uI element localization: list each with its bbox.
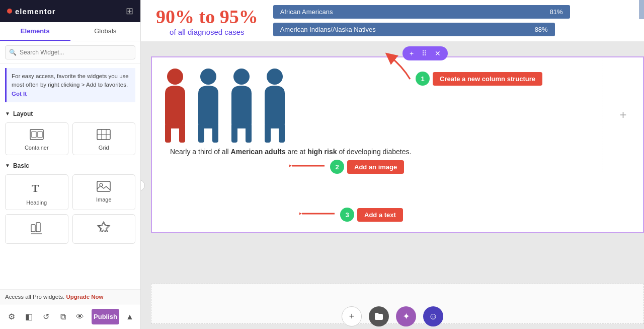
section-toolbar: + ⠿ ✕ bbox=[403, 46, 448, 60]
widget-pro-2[interactable] bbox=[72, 214, 136, 244]
caption-bold-2: high risk bbox=[307, 148, 337, 156]
canvas-bottom-bar: + ✦ ☺ bbox=[141, 304, 644, 329]
stats-section: 90% to 95% of all diagnosed cases Africa… bbox=[141, 0, 644, 41]
big-percent: 90% to 95% bbox=[156, 6, 258, 28]
arrow-2-svg bbox=[289, 161, 325, 171]
svg-point-24 bbox=[267, 69, 283, 85]
caption-bold-1: American adults bbox=[231, 148, 286, 156]
smiley-button[interactable]: ☺ bbox=[423, 306, 443, 326]
grid-menu-icon[interactable]: ⊞ bbox=[126, 6, 133, 17]
stat-bar-alaska-natives: American Indians/Alaska Natives 88% bbox=[273, 23, 555, 36]
search-input[interactable] bbox=[5, 45, 135, 59]
close-section-icon[interactable]: ✕ bbox=[433, 48, 443, 58]
basic-widgets-grid: T Heading Image bbox=[0, 171, 140, 247]
pro-widget2-icon bbox=[97, 221, 111, 234]
caption-normal-2: are at bbox=[286, 148, 308, 156]
annotation-circle-3: 3 bbox=[340, 208, 354, 222]
add-column-icon[interactable]: + bbox=[619, 108, 626, 122]
stat-bar-label-1: American Indians/Alaska Natives bbox=[280, 26, 376, 33]
stat-bar-african-americans: African Americans 81% bbox=[273, 5, 570, 19]
sub-text: of all diagnosed cases bbox=[170, 28, 244, 36]
layout-section-label: Layout bbox=[13, 110, 33, 117]
panel-header: elementor ⊞ bbox=[0, 0, 140, 22]
person-blue-3 bbox=[260, 65, 290, 146]
stat-bars: African Americans 81% American Indians/A… bbox=[273, 5, 629, 36]
canvas-content: + ⠿ ✕ ‹ bbox=[141, 41, 644, 329]
svg-rect-16 bbox=[165, 123, 171, 143]
stat-bar-pct-0: 81% bbox=[550, 8, 563, 16]
add-column-area[interactable]: + bbox=[603, 57, 643, 172]
eye-icon[interactable]: 👁 bbox=[71, 308, 89, 325]
widget-image[interactable]: Image bbox=[72, 174, 136, 210]
caption-normal-1: Nearly a third of all bbox=[170, 148, 231, 156]
container-label: Container bbox=[25, 145, 49, 151]
pro-widget1-icon bbox=[30, 221, 44, 237]
upgrade-link[interactable]: Upgrade Now bbox=[66, 294, 103, 300]
layout-widgets-grid: Container Grid bbox=[0, 119, 140, 158]
stat-bar-row-0: African Americans 81% bbox=[273, 5, 629, 19]
publish-chevron-icon[interactable]: ▲ bbox=[122, 309, 137, 324]
pro-bar-text: Access all Pro widgets. bbox=[5, 294, 64, 300]
app-logo-text: elementor bbox=[15, 7, 56, 16]
tab-elements[interactable]: Elements bbox=[0, 22, 70, 41]
widget-grid[interactable]: Grid bbox=[72, 122, 136, 155]
person-blue-1 bbox=[193, 65, 223, 146]
widget-container[interactable]: Container bbox=[5, 122, 68, 155]
main-content-section: Nearly a third of all American adults ar… bbox=[151, 56, 644, 233]
person-red bbox=[160, 65, 190, 146]
arrow-3-svg bbox=[299, 209, 335, 219]
layout-section-header[interactable]: ▼ Layout bbox=[0, 106, 140, 119]
drag-section-icon[interactable]: ⠿ bbox=[420, 48, 429, 58]
svg-rect-2 bbox=[38, 131, 42, 138]
widget-pro-1[interactable] bbox=[5, 214, 68, 244]
annotation-label-2: Add an image bbox=[347, 160, 404, 174]
responsive-icon[interactable]: ⧉ bbox=[54, 308, 71, 325]
stat-bar-pct-1: 88% bbox=[535, 26, 548, 33]
svg-rect-20 bbox=[212, 123, 218, 143]
add-section-button[interactable]: + bbox=[342, 306, 362, 326]
basic-section-label: Basic bbox=[13, 162, 29, 169]
annotation-2: 2 Add an image bbox=[327, 160, 404, 174]
collapse-panel-arrow[interactable]: ‹ bbox=[141, 180, 145, 191]
publish-button[interactable]: Publish bbox=[92, 309, 119, 324]
svg-point-15 bbox=[167, 69, 183, 85]
svg-rect-22 bbox=[231, 123, 237, 143]
bar-0-extend bbox=[639, 0, 644, 19]
svg-rect-0 bbox=[30, 129, 43, 140]
heading-label: Heading bbox=[26, 200, 47, 206]
svg-point-21 bbox=[233, 69, 250, 85]
annotation-1: 1 Create a new column structure bbox=[413, 72, 542, 86]
basic-arrow-icon: ▼ bbox=[5, 163, 10, 168]
layers-icon[interactable]: ◧ bbox=[20, 308, 37, 325]
svg-rect-19 bbox=[198, 123, 204, 143]
basic-section-header[interactable]: ▼ Basic bbox=[0, 158, 140, 171]
svg-rect-10 bbox=[31, 225, 35, 232]
panel-tabs: Elements Globals bbox=[0, 22, 140, 41]
svg-rect-8 bbox=[97, 181, 110, 191]
person-blue-2 bbox=[226, 65, 257, 146]
history-icon[interactable]: ↺ bbox=[37, 308, 54, 325]
grid-icon bbox=[97, 129, 111, 143]
pro-bar: Access all Pro widgets. Upgrade Now bbox=[0, 289, 140, 304]
stat-bar-row-1: American Indians/Alaska Natives 88% bbox=[273, 23, 629, 36]
layout-arrow-icon: ▼ bbox=[5, 111, 10, 116]
bottom-toolbar: ⚙ ◧ ↺ ⧉ 👁 Publish ▲ bbox=[0, 304, 140, 329]
widget-heading[interactable]: T Heading bbox=[5, 174, 68, 210]
annotation-3: 3 Add a text bbox=[337, 208, 403, 222]
add-section-icon[interactable]: + bbox=[408, 48, 416, 58]
settings-icon[interactable]: ⚙ bbox=[3, 308, 20, 325]
got-it-link[interactable]: Got It bbox=[12, 91, 27, 97]
search-icon: 🔍 bbox=[9, 49, 17, 56]
image-label: Image bbox=[96, 196, 112, 203]
tip-text: For easy access, favorite the widgets yo… bbox=[12, 73, 129, 88]
magic-button[interactable]: ✦ bbox=[396, 306, 416, 326]
svg-rect-26 bbox=[279, 123, 285, 143]
svg-point-18 bbox=[200, 69, 216, 85]
svg-rect-17 bbox=[179, 123, 185, 143]
container-icon bbox=[30, 129, 44, 143]
stat-bar-label-0: African Americans bbox=[280, 8, 333, 16]
left-panel: elementor ⊞ Elements Globals 🔍 For easy … bbox=[0, 0, 141, 329]
folder-button[interactable] bbox=[369, 306, 389, 326]
tab-globals[interactable]: Globals bbox=[70, 22, 141, 41]
annotation-circle-2: 2 bbox=[330, 160, 344, 174]
